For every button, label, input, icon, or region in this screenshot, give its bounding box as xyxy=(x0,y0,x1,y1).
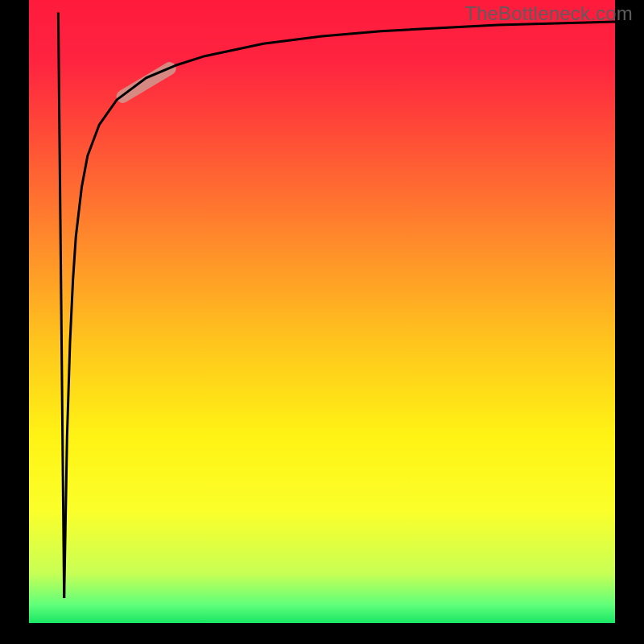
plot-background-gradient xyxy=(29,0,615,623)
frame-bottom xyxy=(0,623,644,644)
frame-left xyxy=(0,0,29,644)
frame-right xyxy=(615,0,644,644)
watermark-text: TheBottleneck.com xyxy=(464,2,633,25)
chart-container: TheBottleneck.com xyxy=(0,0,644,644)
bottleneck-chart xyxy=(0,0,644,644)
